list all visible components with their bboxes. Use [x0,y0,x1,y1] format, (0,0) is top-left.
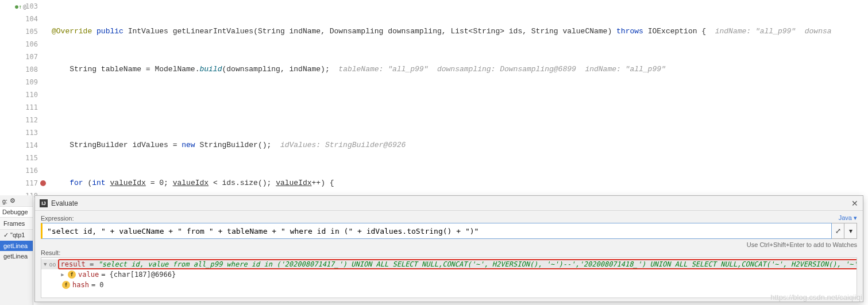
debugger-tab[interactable]: Debugge [0,207,33,218]
highlighted-result: result = "select id, value from all_p99 … [58,259,857,269]
gutter-line[interactable]: ●↑@103 [0,0,41,13]
watermark: https://blog.csdn.net/caiqiiqi [770,293,862,302]
tree-collapse-icon[interactable]: ▼ [44,261,47,267]
close-icon[interactable]: ✕ [851,199,858,208]
dialog-body: Expression: Java ▾ ⤢ ▾ Use Ctrl+Shift+En… [35,211,863,302]
evaluate-dialog: IJ Evaluate ✕ Expression: Java ▾ ⤢ ▾ Use… [34,195,863,302]
gutter-line[interactable]: 111 [0,101,41,114]
gutter: ●↑@103 104 105 106 107 108 109 110 111 1… [0,0,41,195]
editor-area: ●↑@103 104 105 106 107 108 109 110 111 1… [0,0,868,195]
dialog-title: Evaluate [51,199,78,207]
gutter-line[interactable]: 105 [0,25,41,38]
dialog-titlebar[interactable]: IJ Evaluate ✕ [35,196,863,211]
code-line[interactable]: StringBuilder idValues = new StringBuild… [41,139,868,152]
result-label: Result: [41,249,857,256]
gutter-line[interactable]: 109 [0,76,41,88]
result-root-row[interactable]: ▼ oo result = "select id, value from all… [41,259,857,269]
expression-label: Expression: [41,215,74,222]
gutter-line[interactable]: 115 [0,152,41,164]
frame-item[interactable]: getLinea [0,251,33,261]
result-child-row[interactable]: ▶ f value = {char[187]@6966} [41,269,857,280]
gutter-line[interactable]: 117 [0,177,41,190]
debug-left-strip: g:⚙ Debugge Frames ✓ "qtp1 getLinea getL… [0,195,33,305]
code-line[interactable] [41,101,868,114]
intellij-icon: IJ [40,199,48,207]
gutter-line[interactable]: 107 [0,51,41,63]
code-line[interactable]: String tableName = ModelName.build(downs… [41,63,868,76]
gutter-line[interactable]: 113 [0,126,41,139]
code-line[interactable]: for (int valueIdx = 0; valueIdx < ids.si… [41,177,868,190]
gutter-line[interactable]: 116 [0,164,41,177]
expression-input[interactable] [41,223,832,239]
breakpoint-icon[interactable] [40,180,46,186]
result-tree[interactable]: ▼ oo result = "select id, value from all… [41,257,857,298]
gutter-line[interactable]: 112 [0,114,41,126]
frame-item[interactable]: getLinea [0,241,33,251]
object-icon: oo [49,261,56,268]
gutter-line[interactable]: 106 [0,38,41,51]
expand-button[interactable]: ⤢ [832,223,844,239]
settings-icon: ⚙ [10,197,16,204]
gutter-line[interactable]: 110 [0,88,41,101]
result-child-row[interactable]: f hash = 0 [41,280,857,290]
field-icon: f [62,281,70,289]
field-icon: f [68,271,76,279]
override-icon: @ [23,3,26,10]
language-selector[interactable]: Java ▾ [839,214,857,222]
gutter-line[interactable]: 114 [0,139,41,152]
history-dropdown[interactable]: ▾ [844,223,857,239]
code-content[interactable]: @Override public IntValues getLinearIntV… [41,0,868,195]
shortcut-hint: Use Ctrl+Shift+Enter to add to Watches [41,241,857,248]
thread-item[interactable]: ✓ "qtp1 [0,230,33,241]
gutter-line[interactable]: 108 [0,63,41,76]
debug-tab[interactable]: g:⚙ [0,195,33,207]
code-line[interactable]: @Override public IntValues getLinearIntV… [41,25,868,38]
tree-expand-icon[interactable]: ▶ [60,272,65,277]
marker-icon: ●↑ [15,3,22,10]
frames-header: Frames [0,218,33,230]
gutter-line[interactable]: 104 [0,13,41,25]
